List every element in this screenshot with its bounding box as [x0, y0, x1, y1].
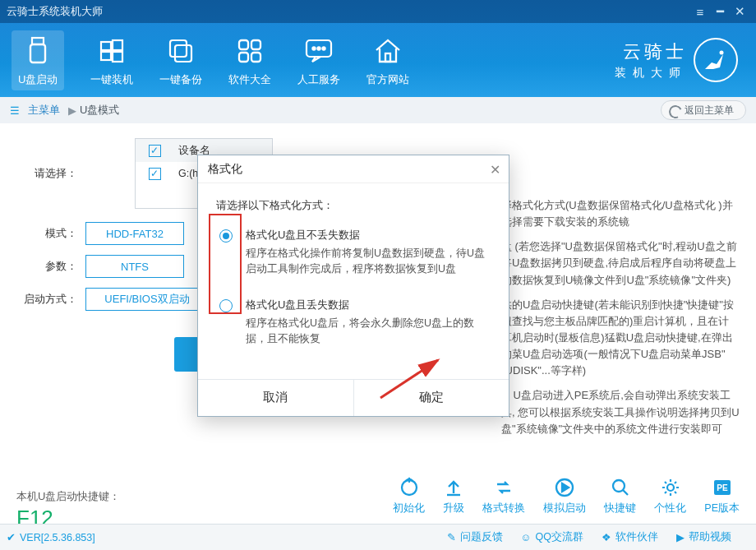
dialog-close-button[interactable]: ✕ — [490, 162, 500, 178]
svg-rect-11 — [251, 53, 260, 62]
apps-icon — [233, 34, 267, 68]
qq-group-link[interactable]: ☺QQ交流群 — [521, 530, 583, 544]
dialog-lead: 请选择以下格式化方式： — [216, 198, 491, 213]
chat-icon — [302, 34, 336, 68]
pe-label: PE版本 — [704, 501, 740, 515]
svg-rect-9 — [251, 40, 260, 49]
menu-icon[interactable]: ≡ — [690, 5, 710, 19]
check-icon: ✔ — [7, 531, 16, 543]
svg-rect-1 — [30, 44, 45, 62]
tab-official-site[interactable]: 官方网站 — [366, 34, 409, 87]
partner-icon: ❖ — [602, 531, 611, 543]
breadcrumb-bar: ☰ 主菜单 ▶ U盘模式 返回主菜单 — [0, 97, 756, 123]
param-label: 参数： — [18, 259, 77, 274]
brand-subtitle: 装机大师 — [615, 66, 687, 81]
window-title: 云骑士系统装机大师 — [7, 4, 690, 19]
simulate-button[interactable]: 模拟启动 — [543, 477, 586, 515]
partners-link[interactable]: ❖软件伙伴 — [602, 530, 658, 544]
device-checkbox[interactable]: ✓ — [149, 168, 161, 180]
help-video-link[interactable]: ▶帮助视频 — [676, 530, 731, 544]
option-title: 格式化U盘且不丢失数据 — [246, 228, 491, 243]
dialog-ok-button[interactable]: 确定 — [353, 380, 509, 416]
select-all-checkbox[interactable]: ✓ — [149, 145, 161, 157]
svg-rect-2 — [101, 42, 111, 50]
minimize-icon[interactable]: ━ — [710, 4, 730, 19]
chevron-right-icon: ▶ — [68, 104, 76, 117]
instruction-line: 盘 (若您选择"U盘数据保留格式化"时,程动U盘之前将U盘数据拷贝到硬盘,待启成… — [501, 238, 740, 288]
format-option-lose-data[interactable]: 格式化U盘且丢失数据 程序在格式化U盘后，将会永久删除您U盘上的数据，且不能恢复 — [216, 298, 491, 348]
pe-version-button[interactable]: PEPE版本 — [704, 477, 740, 515]
svg-rect-5 — [113, 52, 122, 62]
format-dialog: 格式化 ✕ 请选择以下格式化方式： 格式化U盘且不丢失数据 程序在格式化操作前将… — [197, 155, 509, 417]
close-icon[interactable]: ✕ — [730, 4, 749, 19]
svg-rect-10 — [239, 53, 248, 62]
boot-mode-select[interactable]: UEFI/BIOS双启动 — [85, 288, 209, 311]
svg-rect-7 — [175, 45, 191, 62]
convert-label: 格式转换 — [482, 501, 525, 515]
svg-point-20 — [613, 480, 625, 492]
version-text: VER[2.5.36.853] — [20, 532, 95, 543]
init-button[interactable]: 初始化 — [393, 477, 425, 515]
windows-icon — [94, 34, 129, 68]
customize-button[interactable]: 个性化 — [654, 477, 686, 515]
edit-icon: ✎ — [447, 531, 456, 543]
status-bar: ✔VER[2.5.36.853] ✎问题反馈 ☺QQ交流群 ❖软件伙伴 ▶帮助视… — [0, 524, 756, 550]
breadcrumb-current: U盘模式 — [80, 103, 119, 118]
brand-logo: 云骑士 装机大师 — [615, 38, 738, 82]
tab-label: 一键装机 — [90, 72, 133, 87]
tab-label: 一键备份 — [159, 72, 202, 87]
dialog-cancel-button[interactable]: 取消 — [198, 380, 353, 416]
window-title-bar: 云骑士系统装机大师 ≡ ━ ✕ — [0, 0, 756, 23]
return-main-menu-button[interactable]: 返回主菜单 — [661, 100, 746, 120]
video-icon: ▶ — [676, 531, 685, 543]
tab-one-key-backup[interactable]: 一键备份 — [159, 34, 202, 87]
boot-label: 启动方式： — [18, 292, 77, 307]
tab-label: 官方网站 — [366, 72, 409, 87]
select-label: 请选择： — [18, 166, 77, 181]
usb-icon — [21, 34, 55, 68]
hamburger-icon[interactable]: ☰ — [10, 104, 28, 117]
svg-rect-8 — [239, 40, 248, 49]
svg-point-13 — [313, 47, 316, 49]
version-info[interactable]: ✔VER[2.5.36.853] — [7, 531, 95, 543]
radio-selected[interactable] — [219, 229, 233, 243]
svg-rect-4 — [101, 52, 111, 60]
svg-rect-3 — [113, 40, 122, 50]
mode-select[interactable]: HDD-FAT32 — [85, 222, 184, 245]
upgrade-label: 升级 — [443, 501, 464, 515]
tab-software-center[interactable]: 软件大全 — [228, 34, 271, 87]
svg-text:PE: PE — [717, 483, 728, 492]
svg-point-21 — [667, 484, 674, 491]
qq-icon: ☺ — [521, 532, 532, 543]
svg-point-17 — [720, 51, 724, 55]
instruction-line: 择格式化方式(U盘数据保留格式化/U盘格式化 )并选择需要下载安装的系统镜 — [501, 197, 740, 230]
breadcrumb-root[interactable]: 主菜单 — [28, 103, 60, 118]
dialog-title: 格式化 — [208, 162, 242, 177]
radio-unselected[interactable] — [219, 299, 233, 312]
home-icon — [371, 34, 405, 68]
tab-manual-service[interactable]: 人工服务 — [297, 34, 340, 87]
convert-button[interactable]: 格式转换 — [482, 477, 525, 515]
hotkey-label: 快捷键 — [604, 501, 636, 515]
tab-label: 软件大全 — [228, 72, 271, 87]
hotkey-button[interactable]: 快捷键 — [604, 477, 636, 515]
instruction-line: 4. U盘启动进入PE系统后,会自动弹出系统安装工具, 您可以根据系统安装工具操… — [501, 387, 740, 437]
mode-label: 模式： — [18, 226, 77, 241]
svg-rect-0 — [32, 38, 44, 44]
svg-rect-6 — [170, 40, 187, 57]
tab-one-key-install[interactable]: 一键装机 — [90, 34, 133, 87]
simulate-label: 模拟启动 — [543, 501, 586, 515]
tab-u-disk-boot[interactable]: U盘启动 — [12, 30, 64, 90]
knight-icon — [694, 38, 738, 82]
svg-point-15 — [323, 47, 325, 49]
instruction-line: 供的U盘启动快捷键(若未能识别到快捷"快捷键"按钮查找与您主板品牌匹配的)重启计… — [501, 297, 740, 380]
param-select[interactable]: NTFS — [85, 255, 184, 278]
option-title: 格式化U盘且丢失数据 — [246, 298, 491, 312]
feedback-link[interactable]: ✎问题反馈 — [447, 530, 503, 544]
backup-icon — [164, 34, 198, 68]
upgrade-button[interactable]: 升级 — [443, 477, 464, 515]
init-label: 初始化 — [393, 501, 425, 515]
format-option-keep-data[interactable]: 格式化U盘且不丢失数据 程序在格式化操作前将复制U盘数据到硬盘，待U盘启动工具制… — [216, 228, 491, 278]
tab-label: U盘启动 — [18, 72, 58, 87]
tab-label: 人工服务 — [297, 72, 340, 87]
